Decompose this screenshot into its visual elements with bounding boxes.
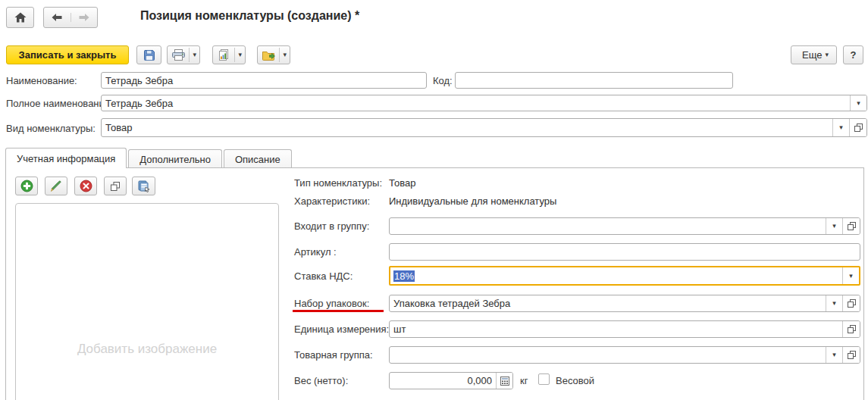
code-label: Код: — [433, 75, 453, 86]
copy-image-button[interactable] — [104, 177, 127, 195]
print-button[interactable]: ▾ — [167, 45, 200, 64]
packaging-required-underline — [293, 310, 384, 312]
dropdown-icon: ▾ — [829, 352, 839, 358]
product-group-label: Товарная группа: — [294, 349, 373, 361]
home-icon — [14, 12, 27, 23]
packaging-input[interactable] — [390, 295, 826, 311]
forward-icon — [78, 13, 90, 22]
weight-checkbox-label: Весовой — [556, 375, 594, 386]
delete-icon — [80, 180, 92, 192]
export-folder-icon — [258, 50, 279, 61]
weight-label: Вес (нетто): — [294, 375, 348, 386]
calculator-icon — [500, 377, 509, 386]
forward-button[interactable] — [71, 13, 98, 22]
print-dropdown-icon[interactable]: ▾ — [190, 52, 199, 58]
reports-button[interactable]: ▾ — [212, 45, 246, 64]
open-icon — [848, 222, 856, 230]
unit-label: Единица измерения: — [294, 323, 389, 335]
save-and-close-label: Записать и закрыть — [19, 49, 117, 61]
open-icon — [854, 123, 863, 132]
characteristics-label: Характеристики: — [294, 195, 370, 207]
weight-checkbox[interactable] — [538, 373, 550, 385]
nav-history-group — [43, 7, 98, 28]
packaging-label: Набор упаковок: — [294, 298, 369, 309]
back-icon — [51, 13, 63, 22]
help-icon: ? — [851, 49, 857, 61]
full-name-combobox: ▾ — [101, 95, 867, 111]
delete-image-button[interactable] — [74, 177, 97, 195]
vat-label: Ставка НДС: — [294, 270, 353, 282]
weight-calc-button[interactable] — [496, 373, 512, 389]
open-icon — [848, 325, 856, 333]
add-image-button[interactable] — [15, 177, 38, 195]
dropdown-icon: ▾ — [829, 300, 839, 307]
vat-dropdown-button[interactable]: ▾ — [842, 267, 859, 284]
more-button-label: Еще — [802, 49, 822, 61]
export-button[interactable]: ▾ — [257, 45, 290, 64]
dropdown-icon: ▾ — [836, 124, 846, 131]
unit-field — [389, 320, 860, 338]
tab-label: Учетная информация — [17, 153, 115, 164]
product-group-input[interactable] — [390, 347, 826, 363]
export-dropdown-icon[interactable]: ▾ — [280, 52, 290, 58]
dropdown-icon: ▾ — [846, 273, 856, 280]
help-button[interactable]: ? — [843, 45, 863, 64]
product-image-dropzone[interactable]: Добавить изображение — [15, 203, 279, 400]
name-input[interactable] — [101, 72, 427, 89]
kind-dropdown-button[interactable]: ▾ — [832, 119, 849, 136]
packaging-combobox: ▾ — [389, 295, 860, 312]
tab-additional[interactable]: Дополнительно — [128, 149, 222, 168]
add-icon — [20, 180, 33, 192]
back-button[interactable] — [44, 13, 71, 22]
weight-input[interactable] — [390, 373, 496, 389]
unit-open-button[interactable] — [842, 321, 860, 337]
tab-label: Дополнительно — [139, 154, 211, 165]
more-button[interactable]: Еще ▾ — [791, 45, 837, 64]
tab-label: Описание — [235, 154, 280, 165]
packaging-dropdown-button[interactable]: ▾ — [826, 295, 842, 311]
tab-bar: Учетная информация Дополнительно Описани… — [5, 148, 293, 168]
characteristics-value: Индивидуальные для номенклатуры — [389, 195, 556, 207]
full-name-dropdown-button[interactable]: ▾ — [850, 95, 866, 111]
dropdown-icon: ▾ — [854, 100, 863, 107]
nomenclature-kind-combobox: ▾ — [101, 118, 867, 137]
unit-input[interactable] — [390, 321, 842, 337]
group-input[interactable] — [390, 218, 826, 234]
tab-description[interactable]: Описание — [224, 149, 292, 168]
save-icon — [143, 49, 155, 61]
article-input[interactable] — [389, 243, 860, 261]
image-placeholder-text: Добавить изображение — [16, 342, 278, 357]
tab-accounting-info[interactable]: Учетная информация — [5, 148, 127, 168]
print-icon — [168, 49, 189, 61]
weight-field — [389, 372, 513, 389]
more-dropdown-icon: ▾ — [822, 52, 832, 58]
home-button[interactable] — [6, 7, 34, 28]
dropdown-icon: ▾ — [829, 223, 839, 230]
open-icon — [848, 299, 856, 308]
group-label: Входит в группу: — [294, 220, 369, 232]
product-group-combobox: ▾ — [389, 346, 860, 364]
kind-open-button[interactable] — [849, 119, 866, 136]
type-value: Товар — [389, 177, 415, 189]
vat-input[interactable]: 18% — [390, 267, 842, 284]
reports-dropdown-icon[interactable]: ▾ — [235, 52, 245, 58]
group-combobox: ▾ — [389, 217, 860, 235]
load-image-button[interactable] — [132, 177, 155, 195]
open-icon — [848, 351, 856, 359]
save-button[interactable] — [136, 45, 161, 64]
nomenclature-kind-input[interactable] — [102, 119, 832, 136]
packaging-open-button[interactable] — [842, 295, 860, 311]
article-label: Артикул : — [294, 246, 337, 258]
edit-pencil-icon — [50, 180, 62, 192]
type-label: Тип номенклатуры: — [294, 177, 382, 189]
product-group-dropdown-button[interactable]: ▾ — [826, 347, 842, 363]
edit-image-button[interactable] — [45, 177, 67, 195]
save-and-close-button[interactable]: Записать и закрыть — [6, 45, 129, 64]
product-group-open-button[interactable] — [842, 347, 860, 363]
group-dropdown-button[interactable]: ▾ — [826, 218, 842, 234]
full-name-input[interactable] — [102, 95, 850, 111]
copy-icon — [111, 182, 120, 191]
code-input[interactable] — [455, 72, 733, 89]
group-open-button[interactable] — [842, 218, 860, 234]
name-label: Наименование: — [6, 75, 77, 86]
